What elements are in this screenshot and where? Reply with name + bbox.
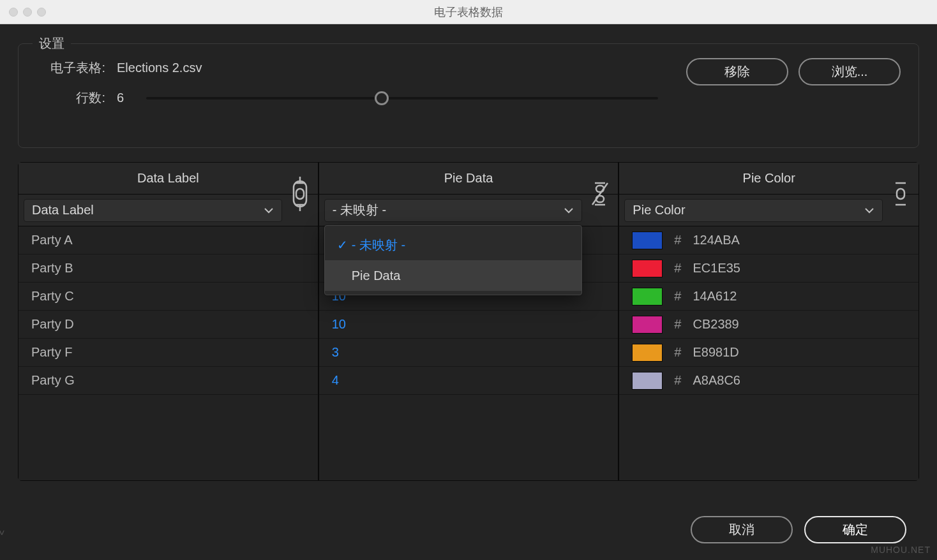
table-row[interactable]: 4	[319, 367, 618, 395]
rows-label: 行数:	[36, 89, 105, 107]
check-icon: ✓	[334, 237, 352, 253]
hex-value: EC1E35	[693, 261, 740, 276]
browse-button[interactable]: 浏览...	[798, 58, 901, 85]
menu-item-label: - 未映射 -	[352, 237, 405, 254]
chevron-down-icon	[264, 205, 274, 216]
color-swatch	[632, 372, 663, 390]
data-cell: 3	[332, 345, 339, 360]
link-icon[interactable]	[888, 169, 913, 219]
column-header: Pie Data	[319, 163, 618, 195]
table-row[interactable]: Party C	[19, 283, 318, 311]
chevron-down-icon	[864, 205, 874, 216]
column-pie-data: Pie Data - 未映射 - 101034 ✓ - 未映射 - Pie Da…	[319, 163, 618, 480]
chevron-down-icon	[564, 205, 574, 216]
color-swatch	[632, 316, 663, 334]
hex-value: E8981D	[693, 345, 738, 360]
table-row[interactable]: 3	[319, 339, 618, 367]
data-cell: 4	[332, 373, 339, 388]
table-row[interactable]: Party B	[19, 254, 318, 283]
table-row[interactable]: #124ABA	[619, 226, 918, 254]
svg-rect-4	[897, 189, 904, 199]
column-pie-color: Pie Color Pie Color #124ABA#EC1E35#14A61…	[619, 163, 918, 480]
minimize-icon[interactable]	[23, 8, 32, 17]
color-swatch	[632, 260, 663, 277]
menu-item-pie-data[interactable]: Pie Data	[325, 260, 582, 291]
table-row[interactable]: #EC1E35	[619, 254, 918, 283]
label-cell: Party A	[31, 233, 72, 247]
mapping-selected-text: - 未映射 -	[333, 202, 386, 219]
maximize-icon[interactable]	[37, 8, 46, 17]
settings-legend: 设置	[33, 35, 71, 52]
column-header: Pie Color	[619, 163, 918, 195]
window-controls	[9, 8, 46, 17]
hex-value: 124ABA	[693, 233, 739, 247]
label-cell: Party G	[31, 373, 75, 388]
table-row[interactable]: #E8981D	[619, 339, 918, 367]
hex-value: 14A612	[693, 289, 737, 304]
spreadsheet-label: 电子表格:	[36, 59, 105, 77]
column-header: Data Label	[19, 163, 318, 195]
table-row[interactable]: #CB2389	[619, 311, 918, 339]
table-row[interactable]: Party F	[19, 339, 318, 367]
link-broken-icon[interactable]	[587, 169, 613, 219]
left-accent: >	[0, 524, 4, 541]
window-title: 电子表格数据	[0, 4, 937, 20]
label-cell: Party F	[31, 345, 72, 360]
titlebar: 电子表格数据	[0, 0, 937, 24]
hash-symbol: #	[674, 317, 681, 332]
link-icon[interactable]	[287, 169, 313, 219]
cancel-button[interactable]: 取消	[691, 516, 793, 543]
dialog-footer: 取消 确定	[691, 516, 906, 543]
mapping-selected-text: Pie Color	[633, 203, 685, 217]
spreadsheet-filename: Elections 2.csv	[117, 61, 202, 75]
menu-item-unmapped[interactable]: ✓ - 未映射 -	[325, 230, 582, 260]
hash-symbol: #	[674, 345, 681, 360]
watermark: MUHOU.NET	[871, 545, 931, 555]
hash-symbol: #	[674, 289, 681, 304]
column-data-label: Data Label Data Label Party AParty BPart…	[19, 163, 318, 480]
hex-value: CB2389	[693, 317, 738, 332]
slider-thumb[interactable]	[375, 91, 389, 105]
remove-button[interactable]: 移除	[686, 58, 788, 85]
data-cell: 10	[332, 317, 346, 332]
mapping-dropdown-menu: ✓ - 未映射 - Pie Data	[324, 225, 583, 295]
menu-item-label: Pie Data	[352, 269, 401, 283]
mapping-select-data-label[interactable]: Data Label	[24, 199, 282, 222]
rows-value: 6	[117, 91, 140, 105]
table-row[interactable]: 10	[319, 311, 618, 339]
color-swatch	[632, 288, 663, 306]
hash-symbol: #	[674, 261, 681, 276]
rows-slider[interactable]	[146, 97, 658, 99]
table-row[interactable]: Party D	[19, 311, 318, 339]
table-row[interactable]: Party G	[19, 367, 318, 395]
mapping-select-pie-color[interactable]: Pie Color	[624, 199, 883, 222]
label-cell: Party C	[31, 289, 74, 304]
svg-rect-0	[296, 189, 304, 199]
data-grid: Data Label Data Label Party AParty BPart…	[18, 162, 919, 481]
label-cell: Party B	[31, 261, 73, 276]
color-swatch	[632, 232, 663, 249]
table-row[interactable]: Party A	[19, 226, 318, 254]
mapping-selected-text: Data Label	[32, 203, 94, 217]
label-cell: Party D	[31, 317, 74, 332]
table-row[interactable]: #A8A8C6	[619, 367, 918, 395]
hash-symbol: #	[674, 233, 681, 247]
color-swatch	[632, 344, 663, 362]
hash-symbol: #	[674, 373, 681, 388]
settings-panel: 设置 电子表格: Elections 2.csv 行数: 6 移除 浏览...	[18, 43, 919, 148]
hex-value: A8A8C6	[693, 373, 740, 388]
mapping-select-pie-data[interactable]: - 未映射 -	[324, 199, 583, 222]
close-icon[interactable]	[9, 8, 18, 17]
table-row[interactable]: #14A612	[619, 283, 918, 311]
ok-button[interactable]: 确定	[804, 516, 906, 543]
